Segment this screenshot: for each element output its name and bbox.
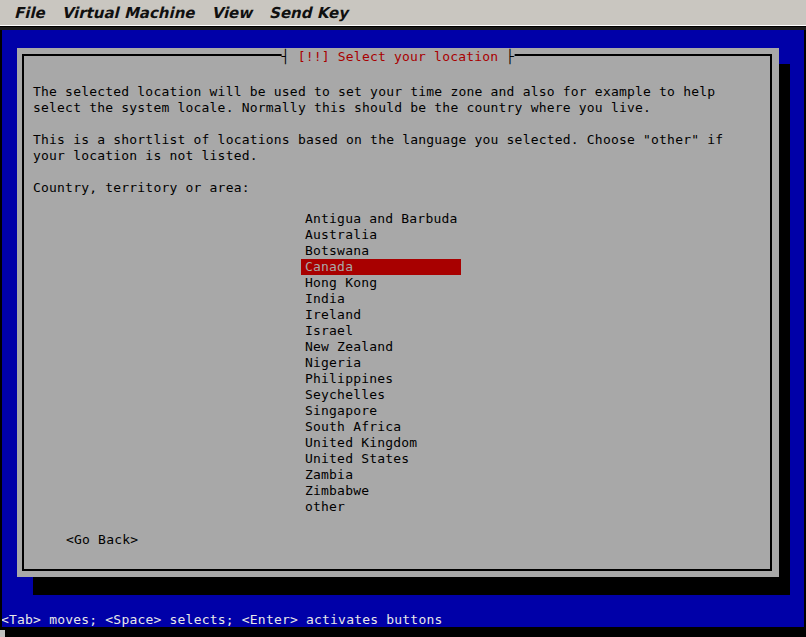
country-list-item[interactable]: Botswana [301,243,461,259]
border-junction-right: ├ [506,48,514,66]
country-list-item[interactable]: Zambia [301,467,461,483]
country-list-item[interactable]: Canada [301,259,461,275]
body-text-line: This is a shortlist of locations based o… [33,132,723,148]
country-list-item[interactable]: United Kingdom [301,435,461,451]
border-junction-left: ┤ [282,48,290,66]
country-list-item[interactable]: Hong Kong [301,275,461,291]
keyboard-help-text: <Tab> moves; <Space> selects; <Enter> ac… [2,612,442,627]
country-list-item[interactable]: Nigeria [301,355,461,371]
country-list-item[interactable]: Ireland [301,307,461,323]
country-list-item[interactable]: Zimbabwe [301,483,461,499]
country-list-item[interactable]: Israel [301,323,461,339]
menu-item-virtual-machine[interactable]: Virtual Machine [62,4,195,22]
body-text-line: your location is not listed. [33,148,258,164]
country-list-item[interactable]: India [301,291,461,307]
select-location-dialog: ┤[!!] Select your location├ The selected… [17,48,779,577]
body-text-line: The selected location will be used to se… [33,84,715,100]
country-list-item[interactable]: Antigua and Barbuda [301,211,461,227]
country-list: Antigua and BarbudaAustraliaBotswanaCana… [301,211,461,515]
window-resize-grip [0,630,5,637]
country-list-item[interactable]: United States [301,451,461,467]
body-text-line: select the system locale. Normally this … [33,100,651,116]
menu-item-view[interactable]: View [212,4,253,22]
country-list-item[interactable]: Australia [301,227,461,243]
dialog-title: ┤[!!] Select your location├ [282,48,515,66]
country-list-item[interactable]: Seychelles [301,387,461,403]
country-list-item[interactable]: South Africa [301,419,461,435]
dialog-title-text: [!!] Select your location [290,48,507,66]
menu-item-file[interactable]: File [14,4,45,22]
country-list-item[interactable]: Singapore [301,403,461,419]
vm-viewer-window: { "menu_bar": { "items": ["File", "Virtu… [0,0,806,637]
menu-bar: FileVirtual MachineViewSend Key [0,0,806,26]
country-list-item[interactable]: New Zealand [301,339,461,355]
menu-item-send-key[interactable]: Send Key [269,4,348,22]
country-prompt-label: Country, territory or area: [33,180,250,196]
go-back-button[interactable]: <Go Back> [66,532,138,548]
country-list-item[interactable]: other [301,499,461,515]
vm-guest-display: ┤[!!] Select your location├ The selected… [2,30,804,627]
country-list-item[interactable]: Philippines [301,371,461,387]
